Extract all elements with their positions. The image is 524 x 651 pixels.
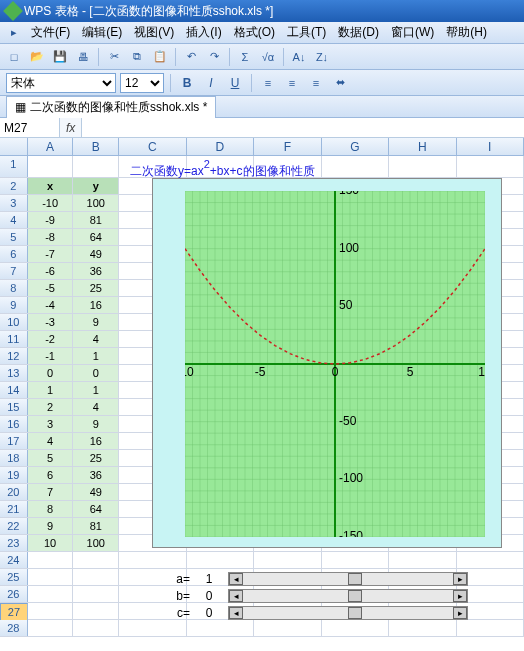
cell[interactable] [73,620,119,636]
cell[interactable]: 7 [28,484,74,500]
menu-H[interactable]: 帮助(H) [441,22,492,43]
scroll-right-icon[interactable]: ▸ [453,590,467,602]
row-header[interactable]: 10 [0,314,28,330]
cell[interactable] [457,552,524,568]
scroll-left-icon[interactable]: ◂ [229,573,243,585]
redo-icon[interactable]: ↷ [204,47,224,67]
cell[interactable] [322,620,389,636]
italic-icon[interactable]: I [201,73,221,93]
row-header[interactable]: 16 [0,416,28,432]
copy-icon[interactable]: ⧉ [127,47,147,67]
row-header[interactable]: 25 [0,569,28,585]
menu-O[interactable]: 格式(O) [229,22,280,43]
cell[interactable]: -8 [28,229,74,245]
cell[interactable]: 0 [73,365,119,381]
row-header[interactable]: 7 [0,263,28,279]
formula-icon[interactable]: √α [258,47,278,67]
menu-E[interactable]: 编辑(E) [77,22,127,43]
align-center-icon[interactable]: ≡ [282,73,302,93]
col-header[interactable]: H [389,138,456,155]
cell[interactable]: 9 [28,518,74,534]
row-header[interactable]: 17 [0,433,28,449]
print-icon[interactable]: 🖶 [73,47,93,67]
cell[interactable] [73,156,119,177]
cell[interactable]: y [73,178,119,194]
menu-D[interactable]: 数据(D) [333,22,384,43]
row-header[interactable]: 4 [0,212,28,228]
row-header[interactable]: 18 [0,450,28,466]
font-name-select[interactable]: 宋体 [6,73,116,93]
sum-icon[interactable]: Σ [235,47,255,67]
cell[interactable]: 10 [28,535,74,551]
cell[interactable]: 4 [73,399,119,415]
cell[interactable] [73,552,119,568]
cell[interactable]: 2 [28,399,74,415]
cut-icon[interactable]: ✂ [104,47,124,67]
cell[interactable]: 8 [28,501,74,517]
cell[interactable] [73,603,119,619]
cell[interactable]: 1 [73,348,119,364]
row-header[interactable]: 6 [0,246,28,262]
cell[interactable]: 16 [73,297,119,313]
cell[interactable]: 81 [73,518,119,534]
cell[interactable]: 4 [28,433,74,449]
col-header[interactable]: B [73,138,119,155]
col-header[interactable]: G [322,138,389,155]
bold-icon[interactable]: B [177,73,197,93]
menu-W[interactable]: 窗口(W) [386,22,439,43]
cell[interactable]: 49 [73,484,119,500]
col-header[interactable]: F [254,138,321,155]
row-header[interactable]: 20 [0,484,28,500]
cell[interactable] [119,620,186,636]
fx-icon[interactable]: fx [60,121,81,135]
sort-asc-icon[interactable]: A↓ [289,47,309,67]
row-header[interactable]: 22 [0,518,28,534]
cell[interactable] [254,620,321,636]
row-header[interactable]: 23 [0,535,28,551]
row-header[interactable]: 9 [0,297,28,313]
col-header[interactable]: C [119,138,186,155]
scroll-left-icon[interactable]: ◂ [229,590,243,602]
cell[interactable]: -7 [28,246,74,262]
scroll-left-icon[interactable]: ◂ [229,607,243,619]
cell[interactable] [389,620,456,636]
cell[interactable]: -4 [28,297,74,313]
cell[interactable]: 49 [73,246,119,262]
cell[interactable]: 100 [73,535,119,551]
chart-area[interactable]: -10-50510-150-100-5050100150 [152,178,502,548]
file-tab[interactable]: ▦ 二次函数的图像和性质sshok.xls * [6,96,216,118]
cell[interactable]: -3 [28,314,74,330]
cell[interactable]: 0 [28,365,74,381]
cell[interactable]: 1 [73,382,119,398]
row-header[interactable]: 1 [0,156,28,177]
cell[interactable]: -9 [28,212,74,228]
cell[interactable] [28,552,74,568]
formula-input[interactable] [81,118,524,137]
cell[interactable] [457,156,524,177]
cell[interactable]: 25 [73,450,119,466]
cell[interactable]: 25 [73,280,119,296]
menu-V[interactable]: 视图(V) [129,22,179,43]
cell[interactable]: x [28,178,74,194]
row-header[interactable]: 11 [0,331,28,347]
align-right-icon[interactable]: ≡ [306,73,326,93]
col-header[interactable]: A [28,138,74,155]
cell[interactable] [73,569,119,585]
row-header[interactable]: 19 [0,467,28,483]
scroll-right-icon[interactable]: ▸ [453,607,467,619]
cell[interactable] [119,552,186,568]
cell[interactable]: 4 [73,331,119,347]
cell[interactable]: -1 [28,348,74,364]
row-header[interactable]: 2 [0,178,28,194]
row-header[interactable]: 14 [0,382,28,398]
cell[interactable] [187,552,254,568]
col-header[interactable]: D [187,138,254,155]
scroll-thumb[interactable] [348,607,362,619]
scroll-thumb[interactable] [348,573,362,585]
scroll-thumb[interactable] [348,590,362,602]
cell[interactable] [389,552,456,568]
cell[interactable]: -6 [28,263,74,279]
cell[interactable] [28,603,74,619]
cell[interactable] [322,156,389,177]
merge-icon[interactable]: ⬌ [330,73,350,93]
